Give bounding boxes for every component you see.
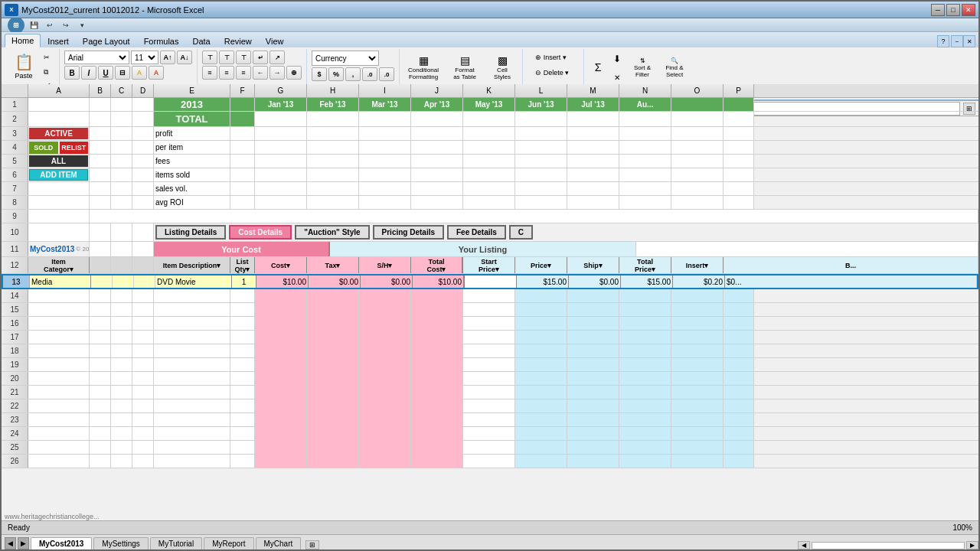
cell-C14[interactable] <box>111 289 132 302</box>
underline-button[interactable]: U <box>98 66 113 80</box>
cell-K16[interactable] <box>463 317 515 330</box>
fee-details-tab[interactable]: Fee Details <box>447 225 506 240</box>
cell-M2[interactable] <box>567 112 619 126</box>
col-more[interactable]: B... <box>724 257 978 273</box>
cell-I15[interactable] <box>359 303 411 316</box>
cell-F18[interactable] <box>230 344 255 357</box>
cell-F16[interactable] <box>230 317 255 330</box>
cell-C25[interactable] <box>111 441 132 454</box>
cell-D17[interactable] <box>132 331 154 344</box>
cell-I17[interactable] <box>359 331 411 344</box>
cell-M22[interactable] <box>567 399 619 412</box>
cell-L8[interactable] <box>515 196 567 209</box>
cell-K26[interactable] <box>463 455 515 468</box>
cell-E7[interactable]: sales vol. <box>154 182 230 195</box>
cell-B6[interactable] <box>90 168 111 181</box>
cell-L5[interactable] <box>515 155 567 168</box>
cell-I2[interactable] <box>359 112 411 126</box>
cell-O24[interactable] <box>671 427 724 440</box>
cell-A18[interactable] <box>28 344 90 357</box>
decrease-decimal-btn[interactable]: .0 <box>379 67 394 81</box>
col-item-description[interactable]: Item Description▾ <box>154 257 230 273</box>
cell-L25[interactable] <box>515 441 567 454</box>
cell-B21[interactable] <box>90 386 111 399</box>
cell-P25[interactable] <box>724 441 754 454</box>
cell-G19[interactable] <box>255 358 307 371</box>
cell-M3[interactable] <box>567 127 619 140</box>
cell-H26[interactable] <box>307 455 359 468</box>
cell-B16[interactable] <box>90 317 111 330</box>
cell-E26[interactable] <box>154 455 230 468</box>
border-button[interactable]: ⊟ <box>115 66 130 80</box>
cell-E5[interactable]: fees <box>154 155 230 168</box>
cell-F6[interactable] <box>230 168 255 181</box>
cell-K5[interactable] <box>463 155 515 168</box>
cell-P15[interactable] <box>724 303 754 316</box>
col-header-N[interactable]: N <box>619 84 671 97</box>
cell-E8[interactable]: avg ROI <box>154 196 230 209</box>
bold-button[interactable]: B <box>64 66 80 80</box>
cell-N22[interactable] <box>619 399 671 412</box>
cell-K19[interactable] <box>463 358 515 371</box>
scroll-left-btn[interactable]: ◀ <box>798 541 810 549</box>
find-select-btn[interactable]: 🔍Find &Select <box>659 51 690 84</box>
cell-B20[interactable] <box>90 372 111 385</box>
cell-F2[interactable] <box>230 112 255 126</box>
cell-B23[interactable] <box>90 413 111 426</box>
cell-N18[interactable] <box>619 344 671 357</box>
cell-D22[interactable] <box>132 399 154 412</box>
cell-L6[interactable] <box>515 168 567 181</box>
all-button[interactable]: ALL <box>29 155 88 167</box>
rotate-btn[interactable]: ↗ <box>270 51 285 64</box>
cell-I14[interactable] <box>359 289 411 302</box>
cell-B15[interactable] <box>90 303 111 316</box>
cell-L21[interactable] <box>515 386 567 399</box>
cell-K18[interactable] <box>463 344 515 357</box>
cell-F22[interactable] <box>230 399 255 412</box>
cell-D2[interactable] <box>132 112 154 126</box>
cell-G3[interactable] <box>255 127 307 140</box>
cell-H6[interactable] <box>307 168 359 181</box>
cell-I3[interactable] <box>359 127 411 140</box>
cell-G14[interactable] <box>255 289 307 302</box>
cell-D11[interactable] <box>132 242 154 256</box>
cell-G25[interactable] <box>255 441 307 454</box>
cell-D21[interactable] <box>132 386 154 399</box>
col-cost[interactable]: Cost▾ <box>255 257 307 273</box>
cell-M26[interactable] <box>567 455 619 468</box>
increase-font-btn[interactable]: A↑ <box>160 51 175 64</box>
cell-C7[interactable] <box>111 182 132 195</box>
cell-O26[interactable] <box>671 455 724 468</box>
cell-H20[interactable] <box>307 372 359 385</box>
cell-D14[interactable] <box>132 289 154 302</box>
relist-button[interactable]: RELIST <box>60 142 89 154</box>
cell-E14[interactable] <box>154 289 230 302</box>
cell-H25[interactable] <box>307 441 359 454</box>
col-header-D[interactable]: D <box>132 84 154 97</box>
cell-N16[interactable] <box>619 317 671 330</box>
maximize-button[interactable]: □ <box>946 4 960 16</box>
cell-J25[interactable] <box>411 441 463 454</box>
close-button[interactable]: ✕ <box>962 4 975 16</box>
cell-O1[interactable] <box>671 98 724 111</box>
tab-view[interactable]: View <box>259 34 291 47</box>
cell-A11[interactable]: MyCost2013 © 2009-2013 Scott Smith <box>28 242 90 256</box>
cell-N21[interactable] <box>619 386 671 399</box>
cell-L1[interactable]: Jun '13 <box>515 98 567 111</box>
cell-C4[interactable] <box>111 141 132 154</box>
cell-P6[interactable] <box>724 168 754 181</box>
col-header-O[interactable]: O <box>671 84 724 97</box>
cell-F7[interactable] <box>230 182 255 195</box>
cell-P5[interactable] <box>724 155 754 168</box>
cell-F24[interactable] <box>230 427 255 440</box>
cell-C8[interactable] <box>111 196 132 209</box>
cell-A9[interactable] <box>28 210 90 223</box>
cell-F15[interactable] <box>230 303 255 316</box>
cell-J6[interactable] <box>411 168 463 181</box>
cell-K3[interactable] <box>463 127 515 140</box>
insert-cells-btn[interactable]: ⊕ Insert ▾ <box>531 51 575 64</box>
cell-B4[interactable] <box>90 141 111 154</box>
conditional-formatting-btn[interactable]: ▦ ConditionalFormatting <box>404 51 443 84</box>
cell-B8[interactable] <box>90 196 111 209</box>
cell-G4[interactable] <box>255 141 307 154</box>
